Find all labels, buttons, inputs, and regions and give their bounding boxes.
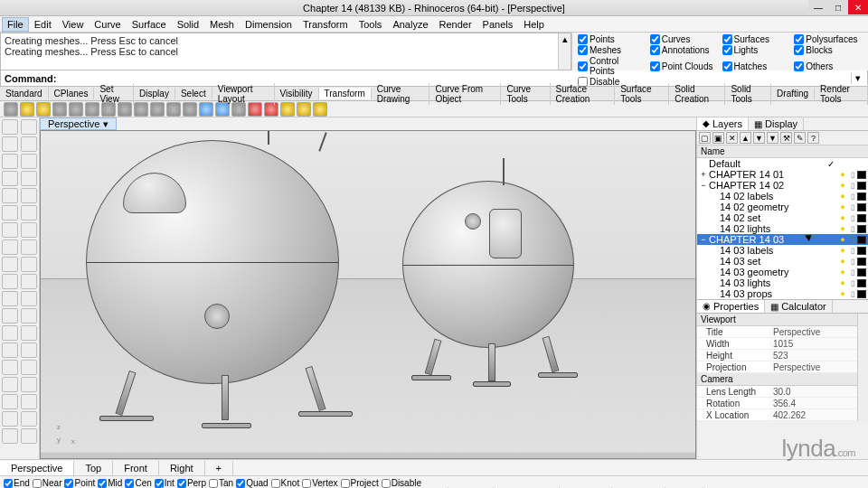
tool-icon-28[interactable] (2, 360, 18, 375)
minimize-button[interactable]: — (808, 0, 828, 14)
tool-icon-36[interactable] (2, 428, 18, 444)
lock-icon[interactable]: ▯ (848, 170, 857, 179)
toolbar-tab-viewport-layout[interactable]: Viewport Layout (212, 83, 275, 105)
filter-icon[interactable]: ▼ (767, 132, 778, 144)
tool-icon-22[interactable] (2, 308, 18, 324)
tool-icon-29[interactable] (21, 360, 37, 375)
layer-row[interactable]: 14 03 lights●▯ (697, 277, 868, 288)
viewport-tab-front[interactable]: Front (113, 461, 159, 475)
tool-icon-21[interactable] (21, 291, 37, 306)
filter-surfaces[interactable]: Surfaces (722, 34, 791, 44)
lock-icon[interactable]: ▯ (848, 192, 857, 201)
tool-icon-17[interactable] (21, 257, 37, 272)
delete-layer-icon[interactable]: ✕ (726, 132, 738, 144)
tab-display[interactable]: ▦ Display (749, 117, 804, 130)
tool-icon-7[interactable] (21, 171, 37, 186)
viewport-tab-+[interactable]: + (205, 461, 233, 475)
toolbar-icon-11[interactable] (183, 102, 197, 117)
filter-control-points[interactable]: Control Points (578, 56, 646, 76)
tab-properties[interactable]: ◉ Properties (697, 300, 765, 313)
tool-icon-6[interactable] (2, 171, 18, 186)
property-value[interactable]: Perspective (769, 361, 868, 372)
layer-row[interactable]: 14 03 geometry●▯ (697, 267, 868, 277)
toolbar-icon-9[interactable] (150, 102, 165, 117)
tool-icon-20[interactable] (2, 291, 18, 306)
toolbar-tab-visibility[interactable]: Visibility (275, 88, 319, 99)
new-layer-icon[interactable]: ▢ (699, 132, 711, 144)
tool-icon-2[interactable] (2, 136, 18, 152)
toolbar-icon-2[interactable] (36, 102, 51, 117)
osnap-tan[interactable]: Tan (209, 478, 233, 488)
layer-color-swatch[interactable] (857, 182, 866, 190)
lock-icon[interactable]: ▯ (848, 181, 857, 190)
property-value[interactable]: 1015 (769, 338, 868, 349)
toolbar-tab-surface-tools[interactable]: Surface Tools (615, 83, 669, 105)
help-icon[interactable]: ? (807, 132, 819, 144)
toolbar-icon-19[interactable] (313, 102, 327, 117)
tool-icon-5[interactable] (21, 154, 37, 169)
layer-color-swatch[interactable] (857, 268, 866, 277)
visibility-icon[interactable]: ● (838, 181, 847, 190)
property-value[interactable]: 30.0 (769, 386, 868, 397)
toolbar-tab-solid-creation[interactable]: Solid Creation (669, 83, 725, 105)
lock-icon[interactable]: ▯ (848, 246, 857, 255)
tool-icon-15[interactable] (21, 239, 37, 255)
toolbar-tab-display[interactable]: Display (134, 88, 175, 99)
lock-icon[interactable]: ▯ (848, 278, 857, 287)
toolbar-icon-12[interactable] (199, 102, 213, 117)
menu-file[interactable]: File (2, 17, 29, 32)
tool-icon-1[interactable] (21, 119, 37, 135)
viewport-label[interactable]: Perspective▾ (40, 117, 117, 130)
toolbar-tab-curve-drawing[interactable]: Curve Drawing (372, 83, 430, 105)
menu-view[interactable]: View (57, 17, 90, 32)
menu-dimension[interactable]: Dimension (240, 17, 297, 32)
tool-icon-32[interactable] (2, 394, 18, 409)
toolbar-tab-transform[interactable]: Transform (319, 88, 372, 99)
lock-icon[interactable]: ▯ (848, 213, 857, 222)
tool-icon-4[interactable] (2, 154, 18, 169)
toolbar-icon-8[interactable] (134, 102, 148, 117)
toolbar-icon-4[interactable] (69, 102, 83, 117)
layer-column-header[interactable]: Name (697, 145, 868, 158)
layer-row[interactable]: −CHAPTER 14 02●▯ (697, 180, 868, 191)
layer-row[interactable]: −CHAPTER 14 03●▯ (697, 234, 868, 245)
visibility-icon[interactable]: ● (838, 289, 847, 298)
toolbar-tab-curve-from-object[interactable]: Curve From Object (429, 83, 501, 105)
property-value[interactable]: Perspective (769, 326, 868, 337)
layer-color-swatch[interactable] (857, 279, 866, 287)
tools-icon[interactable]: ⚒ (780, 132, 792, 144)
menu-solid[interactable]: Solid (172, 17, 204, 32)
lock-icon[interactable]: ▯ (848, 235, 857, 244)
lock-icon[interactable]: ▯ (848, 267, 857, 277)
tool-icon-3[interactable] (21, 136, 37, 152)
tool-icon-14[interactable] (2, 239, 18, 255)
layer-row[interactable]: +CHAPTER 14 01●▯ (697, 169, 868, 180)
settings-icon[interactable]: ✎ (794, 132, 806, 144)
visibility-icon[interactable]: ● (838, 192, 847, 201)
lock-icon[interactable]: ▯ (848, 289, 857, 298)
toolbar-icon-17[interactable] (280, 102, 295, 117)
tool-icon-24[interactable] (2, 325, 18, 341)
filter-curves[interactable]: Curves (650, 34, 719, 44)
toolbar-tab-render-tools[interactable]: Render Tools (815, 83, 868, 105)
toolbar-tab-cplanes[interactable]: CPlanes (49, 88, 95, 99)
tool-icon-27[interactable] (21, 343, 37, 358)
toolbar-tab-select[interactable]: Select (175, 88, 212, 99)
tool-icon-16[interactable] (2, 257, 18, 272)
visibility-icon[interactable]: ● (838, 213, 847, 222)
tab-calculator[interactable]: ▦ Calculator (765, 300, 833, 313)
tool-icon-26[interactable] (2, 343, 18, 358)
tool-icon-31[interactable] (21, 377, 37, 392)
toolbar-tab-set-view[interactable]: Set View (94, 83, 134, 105)
layer-row[interactable]: 14 02 labels●▯ (697, 191, 868, 202)
toolbar-tab-drafting[interactable]: Drafting (771, 88, 815, 99)
expand-icon[interactable]: + (699, 170, 708, 179)
menu-render[interactable]: Render (434, 17, 477, 32)
viewport-perspective[interactable]: y (40, 130, 696, 459)
layer-row[interactable]: Default✓ (697, 158, 868, 169)
move-up-icon[interactable]: ▲ (740, 132, 751, 144)
tool-icon-11[interactable] (21, 205, 37, 221)
visibility-icon[interactable]: ● (838, 202, 847, 211)
tool-icon-10[interactable] (2, 205, 18, 221)
toolbar-icon-1[interactable] (20, 102, 34, 117)
